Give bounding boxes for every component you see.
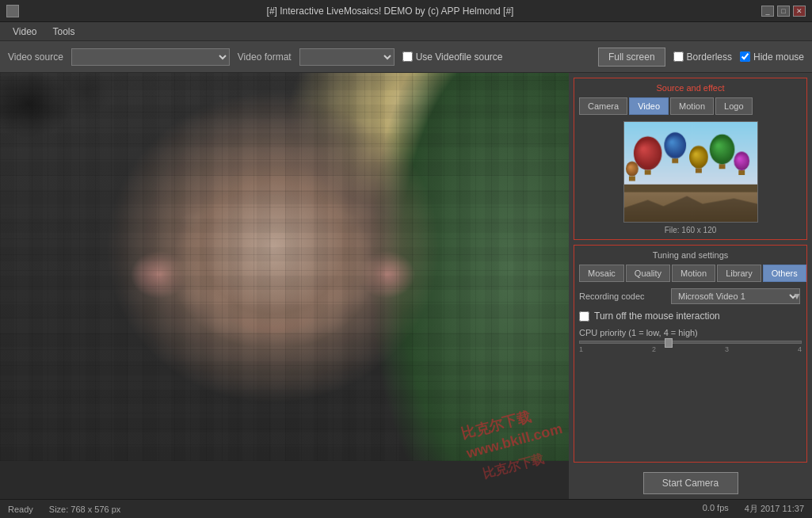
tab-quality[interactable]: Quality (626, 265, 670, 282)
statusbar: Ready Size: 768 x 576 px 0.0 fps 4月 2017… (0, 499, 812, 518)
recording-codec-select[interactable]: Microsoft Video 1 DivX H.264 Xvid (671, 288, 800, 304)
tab-video[interactable]: Video (629, 97, 669, 115)
right-panel: Source and effect Camera Video Motion Lo… (569, 73, 812, 499)
titlebar: [#] Interactive LiveMosaics! DEMO by (c)… (0, 0, 812, 22)
window-title: [#] Interactive LiveMosaics! DEMO by (c)… (19, 6, 761, 17)
use-videofile-checkbox[interactable] (402, 51, 413, 62)
cpu-priority-label: CPU priority (1 = low, 4 = high) (579, 328, 802, 337)
window-controls: _ □ ✕ (761, 6, 806, 17)
tab-library[interactable]: Library (717, 265, 761, 282)
thumb-size-label: File: 160 x 120 (579, 226, 802, 234)
status-fps: 0.0 fps (703, 503, 729, 515)
minimize-button[interactable]: _ (761, 6, 774, 17)
tick-3: 3 (725, 345, 729, 353)
slider-ticks: 1 2 3 4 (579, 345, 802, 353)
tick-1: 1 (579, 345, 583, 353)
borderless-checkbox[interactable] (673, 51, 684, 62)
cpu-priority-slider[interactable] (579, 341, 802, 344)
borderless-wrap: Borderless (673, 51, 732, 63)
status-size: Size: 768 x 576 px (49, 505, 121, 514)
hide-mouse-wrap: Hide mouse (740, 51, 804, 63)
menu-tools[interactable]: Tools (44, 25, 82, 39)
status-right: 0.0 fps 4月 2017 11:37 (703, 503, 804, 515)
thumb-canvas (624, 122, 757, 222)
source-panel: Source and effect Camera Video Motion Lo… (574, 78, 807, 240)
tuning-panel-title: Tuning and settings (579, 250, 802, 260)
tab-camera[interactable]: Camera (579, 97, 627, 115)
tab-mosaic[interactable]: Mosaic (579, 265, 624, 282)
app-icon (6, 5, 19, 17)
fullscreen-button[interactable]: Full screen (598, 48, 665, 67)
tick-4: 4 (798, 345, 802, 353)
use-videofile-label: Use Videofile source (416, 51, 503, 63)
tab-motion[interactable]: Motion (670, 97, 714, 115)
recording-codec-label: Recording codec (579, 291, 666, 301)
menu-video[interactable]: Video (5, 25, 44, 39)
recording-codec-row: Recording codec Microsoft Video 1 DivX H… (579, 288, 802, 304)
tab-logo[interactable]: Logo (715, 97, 752, 115)
slider-thumb[interactable] (665, 338, 673, 348)
use-videofile-wrap: Use Videofile source (402, 51, 503, 63)
video-thumbnail (623, 121, 758, 223)
video-area: 比克尔下载www.bkill.com 比克尔下载 (0, 73, 569, 499)
tick-2: 2 (652, 345, 656, 353)
mosaic-canvas (0, 73, 569, 461)
maximize-button[interactable]: □ (777, 6, 790, 17)
start-camera-button[interactable]: Start Camera (643, 472, 738, 494)
source-panel-title: Source and effect (579, 83, 802, 93)
tab-others[interactable]: Others (763, 265, 806, 282)
video-format-select[interactable] (299, 48, 395, 66)
tab-motion2[interactable]: Motion (672, 265, 715, 282)
source-tabs: Camera Video Motion Logo (579, 97, 802, 115)
hide-mouse-label: Hide mouse (753, 51, 804, 63)
borderless-label: Borderless (687, 51, 732, 63)
tuning-tabs: Mosaic Quality Motion Library Others (579, 265, 802, 282)
video-source-label: Video source (8, 51, 63, 63)
mouse-interaction-label: Turn off the mouse interaction (594, 310, 720, 322)
hide-mouse-checkbox[interactable] (740, 51, 750, 62)
video-format-label: Video format (238, 51, 292, 63)
mouse-interaction-row: Turn off the mouse interaction (579, 310, 802, 322)
menubar: Video Tools (0, 22, 812, 41)
video-source-select[interactable] (71, 48, 230, 66)
mouse-interaction-checkbox[interactable] (579, 311, 589, 322)
status-ready: Ready (8, 505, 33, 514)
toolbar: Video source Video format Use Videofile … (0, 41, 812, 73)
cpu-priority-container: CPU priority (1 = low, 4 = high) 1 2 3 4 (579, 328, 802, 353)
status-datetime: 4月 2017 11:37 (745, 503, 804, 515)
main-area: 比克尔下载www.bkill.com 比克尔下载 Source and effe… (0, 73, 812, 499)
close-button[interactable]: ✕ (793, 6, 806, 17)
tuning-panel: Tuning and settings Mosaic Quality Motio… (574, 245, 807, 463)
